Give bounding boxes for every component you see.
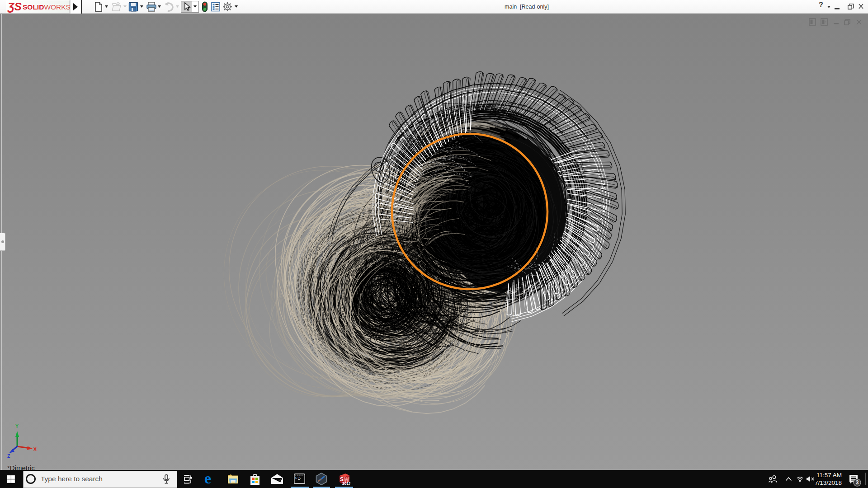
- svg-text:ƷS: ƷS: [7, 1, 22, 13]
- svg-text:Z: Z: [7, 453, 10, 459]
- svg-text:2017: 2017: [342, 481, 350, 485]
- svg-text:SOLIDWORKS: SOLIDWORKS: [23, 3, 71, 11]
- svg-text:Y: Y: [15, 423, 19, 429]
- svg-text:3: 3: [856, 479, 859, 486]
- svg-text:X: X: [33, 446, 37, 452]
